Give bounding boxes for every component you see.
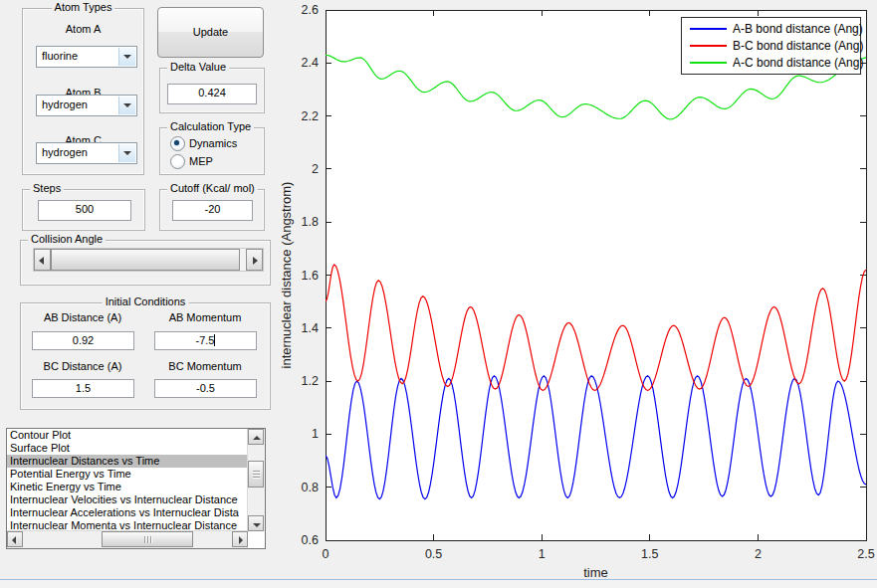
ab-distance-field[interactable]: 0.92 <box>32 331 134 350</box>
steps-panel: Steps 500 <box>22 189 145 231</box>
scroll-up-arrow-icon[interactable] <box>248 429 264 445</box>
x-tick-label: 1 <box>539 547 546 561</box>
atom-a-label: Atom A <box>23 23 143 35</box>
text-cursor <box>214 334 215 346</box>
y-tick-label: 1.4 <box>302 321 319 335</box>
list-item[interactable]: Contour Plot <box>7 429 248 442</box>
legend-label: B-C bond distance (Ang) <box>733 39 863 53</box>
list-item[interactable]: Internuclear Accelerations vs Internucle… <box>7 506 248 519</box>
initial-conditions-title: Initial Conditions <box>103 295 189 307</box>
x-tick-label: 0 <box>323 547 329 561</box>
x-axis-label: time <box>583 565 608 580</box>
x-tick-label: 1.5 <box>641 547 658 561</box>
delta-value-title: Delta Value <box>167 61 229 73</box>
collision-angle-slider[interactable] <box>33 248 264 272</box>
y-tick-label: 1.6 <box>302 269 319 283</box>
cutoff-title: Cutoff (Kcal/ mol) <box>167 182 258 194</box>
legend-entry: B-C bond distance (Ang) <box>682 37 860 55</box>
plot-legend: A-B bond distance (Ang) B-C bond distanc… <box>681 17 861 75</box>
y-tick-label: 0.8 <box>302 481 319 494</box>
mep-radio[interactable] <box>170 154 185 169</box>
steps-field[interactable]: 500 <box>38 200 131 221</box>
steps-title: Steps <box>30 182 64 194</box>
horizontal-scroll-thumb[interactable] <box>102 531 193 547</box>
atom-types-title: Atom Types <box>52 1 115 13</box>
atom-a-dropdown[interactable]: fluorine <box>36 46 137 68</box>
delta-value-field[interactable]: 0.424 <box>167 84 257 104</box>
atom-types-panel: Atom Types Atom A fluorine Atom B hydrog… <box>22 8 144 175</box>
y-tick-label: 1.8 <box>302 215 319 229</box>
plot-type-list-items: Contour PlotSurface PlotInternuclear Dis… <box>7 429 248 531</box>
x-tick-label: 0.5 <box>425 547 442 561</box>
dynamics-radio-label: Dynamics <box>189 136 237 150</box>
list-item[interactable]: Surface Plot <box>7 442 248 455</box>
chevron-down-icon[interactable] <box>118 144 135 162</box>
legend-label: A-C bond distance (Ang) <box>733 56 863 70</box>
list-item[interactable]: Internuclear Velocities vs Internuclear … <box>7 493 248 506</box>
bc-momentum-field[interactable]: -0.5 <box>154 379 257 398</box>
mep-radio-label: MEP <box>189 154 213 168</box>
initial-conditions-panel: Initial Conditions AB Distance (A) AB Mo… <box>20 302 271 410</box>
y-tick-label: 1.2 <box>302 374 319 388</box>
vertical-scrollbar[interactable] <box>247 429 265 531</box>
calculation-type-panel: Calculation Type Dynamics MEP <box>159 127 265 175</box>
legend-line-sample <box>690 45 727 47</box>
y-tick-label: 2.2 <box>302 109 319 123</box>
dynamics-radio-row[interactable]: Dynamics <box>170 136 260 150</box>
cutoff-panel: Cutoff (Kcal/ mol) -20 <box>159 189 265 231</box>
y-tick-label: 2.4 <box>302 56 319 70</box>
delta-value-panel: Delta Value 0.424 <box>159 68 265 113</box>
ab-momentum-label: AB Momentum <box>154 311 256 323</box>
calculation-type-title: Calculation Type <box>167 120 254 132</box>
legend-entry: A-C bond distance (Ang) <box>682 54 860 72</box>
dynamics-radio[interactable] <box>170 136 185 151</box>
scroll-left-arrow-icon[interactable] <box>7 531 23 547</box>
bc-distance-label: BC Distance (A) <box>32 360 133 372</box>
atom-c-dropdown[interactable]: hydrogen <box>36 142 137 164</box>
legend-label: A-B bond distance (Ang) <box>733 22 863 36</box>
slider-left-arrow-icon[interactable] <box>34 249 51 271</box>
slider-thumb[interactable] <box>51 249 240 271</box>
update-button[interactable]: Update <box>157 7 264 58</box>
x-tick-label: 2 <box>755 547 762 561</box>
legend-line-sample <box>690 62 727 64</box>
atom-c-value: hydrogen <box>42 143 88 161</box>
atom-a-value: fluorine <box>42 47 78 65</box>
slider-right-arrow-icon[interactable] <box>246 249 263 271</box>
legend-entry: A-B bond distance (Ang) <box>682 20 860 38</box>
chevron-down-icon[interactable] <box>118 97 135 114</box>
scroll-right-arrow-icon[interactable] <box>232 531 248 547</box>
plot-type-listbox[interactable]: Contour PlotSurface PlotInternuclear Dis… <box>6 428 266 549</box>
atom-b-value: hydrogen <box>42 96 88 113</box>
list-item[interactable]: Potential Energy vs Time <box>7 468 248 481</box>
scroll-down-arrow-icon[interactable] <box>248 515 264 531</box>
chevron-down-icon[interactable] <box>118 48 135 66</box>
cutoff-field[interactable]: -20 <box>172 200 253 221</box>
mep-radio-row[interactable]: MEP <box>170 154 260 168</box>
list-item[interactable]: Kinetic Energy vs Time <box>7 481 248 493</box>
y-tick-label: 2.6 <box>302 3 319 17</box>
legend-line-sample <box>690 28 727 30</box>
bc-distance-field[interactable]: 1.5 <box>32 379 134 398</box>
bc-momentum-label: BC Momentum <box>154 360 256 372</box>
ab-momentum-field[interactable]: -7.5 <box>154 331 257 350</box>
vertical-scroll-thumb[interactable] <box>248 461 264 488</box>
collision-angle-panel: Collision Angle <box>20 240 271 286</box>
window-bottom-strip <box>0 580 877 588</box>
y-tick-label: 2 <box>312 162 319 176</box>
horizontal-scrollbar[interactable] <box>7 530 248 548</box>
y-tick-label: 0.6 <box>302 533 319 547</box>
x-tick-label: 2.5 <box>857 547 874 561</box>
collision-angle-title: Collision Angle <box>28 233 106 245</box>
y-tick-label: 1 <box>312 427 319 441</box>
y-axis-label: internuclear distance (Angstrom) <box>279 182 294 369</box>
list-item[interactable]: Internuclear Distances vs Time <box>7 455 248 468</box>
ab-distance-label: AB Distance (A) <box>32 311 133 323</box>
atom-b-dropdown[interactable]: hydrogen <box>36 95 137 116</box>
